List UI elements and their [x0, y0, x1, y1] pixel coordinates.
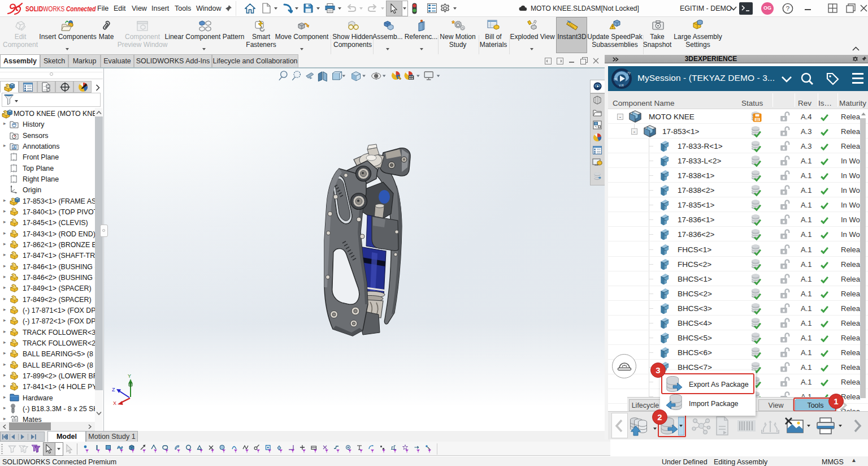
svg-text:Y: Y — [128, 373, 131, 379]
svg-text:Z: Z — [112, 387, 115, 392]
svg-text:A: A — [13, 145, 16, 149]
svg-text:?: ? — [786, 5, 789, 12]
svg-text:X: X — [113, 400, 116, 406]
